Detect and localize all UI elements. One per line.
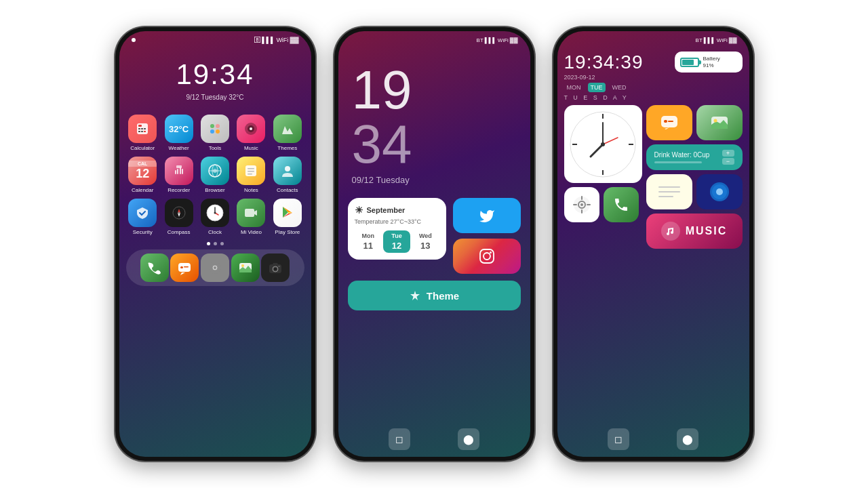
notes-label: Notes bbox=[244, 187, 258, 193]
app-grid-row2: CAL 12 Calendar bbox=[119, 157, 311, 193]
p3-music-widget[interactable]: MUSIC bbox=[646, 214, 743, 249]
app-calendar[interactable]: CAL 12 Calendar bbox=[126, 157, 159, 193]
theme-button[interactable]: Theme bbox=[348, 281, 521, 310]
app-browser[interactable]: Browser bbox=[198, 157, 231, 193]
p3-msg-widget[interactable] bbox=[646, 105, 692, 140]
p3-day-name: T U E S D A Y bbox=[564, 94, 644, 101]
p3-water-btns: + − bbox=[722, 150, 734, 165]
security-label: Security bbox=[133, 229, 153, 235]
p3-time-block: 19:34:39 2023-09-12 MON TUE WED T U E S … bbox=[564, 52, 644, 101]
app-weather[interactable]: 32°C Weather bbox=[162, 115, 195, 151]
weather-label: Weather bbox=[169, 145, 189, 151]
svg-rect-38 bbox=[184, 266, 189, 268]
phone-3-screen: BT ▌▌▌ WiFi ▓▓ 19:34:39 2023-09-12 MON T… bbox=[557, 31, 749, 457]
nav-back-2[interactable]: ◻ bbox=[389, 428, 410, 450]
svg-rect-26 bbox=[248, 171, 254, 172]
svg-rect-3 bbox=[141, 128, 143, 129]
bt-icon-2: BT bbox=[477, 37, 484, 43]
p2-minute: 34 bbox=[352, 117, 517, 171]
p3-notes-row bbox=[646, 174, 743, 209]
svg-point-50 bbox=[490, 251, 492, 253]
page-dots bbox=[119, 242, 311, 245]
calendar-label: Calendar bbox=[132, 187, 153, 193]
notes-icon bbox=[237, 157, 265, 185]
svg-rect-25 bbox=[248, 168, 254, 169]
dot-2 bbox=[214, 242, 217, 245]
svg-rect-18 bbox=[175, 170, 176, 174]
p3-top-widgets bbox=[646, 105, 743, 140]
p3-mon: MON bbox=[564, 83, 584, 92]
mivideo-label: Mi Video bbox=[241, 229, 262, 235]
p3-phone-widget[interactable] bbox=[604, 187, 639, 222]
p3-gallery-widget[interactable] bbox=[696, 105, 743, 140]
status-icons-1: 🄱 ▌▌▌ WiFi ▓▓ bbox=[254, 37, 298, 43]
clock-widget-face[interactable] bbox=[564, 105, 642, 183]
app-compass[interactable]: Compass bbox=[162, 199, 195, 235]
svg-rect-68 bbox=[664, 120, 667, 123]
dock-phone[interactable] bbox=[140, 253, 169, 282]
camera-dot bbox=[132, 38, 136, 42]
twitter-widget[interactable] bbox=[453, 198, 521, 233]
svg-point-9 bbox=[216, 124, 220, 128]
status-icons-2: BT ▌▌▌ WiFi ▓▓ bbox=[477, 37, 518, 43]
dot-1 bbox=[207, 242, 210, 245]
svg-point-28 bbox=[285, 166, 290, 171]
dock-settings[interactable] bbox=[201, 253, 229, 282]
app-notes[interactable]: Notes bbox=[235, 157, 268, 193]
app-mivideo[interactable]: Mi Video bbox=[235, 199, 268, 235]
phone-1-screen: 🄱 ▌▌▌ WiFi ▓▓ 19:34 9/12 Tuesday 32°C bbox=[119, 31, 311, 457]
p3-settings-widget[interactable] bbox=[564, 187, 599, 222]
app-contacts[interactable]: Contacts bbox=[271, 157, 304, 193]
p3-top-row: 19:34:39 2023-09-12 MON TUE WED T U E S … bbox=[564, 52, 743, 101]
music-icon bbox=[237, 115, 265, 143]
battery-icon-1: ▓▓ bbox=[290, 37, 298, 43]
p3-water-widget[interactable]: Drink Water: 0Cup + − bbox=[646, 144, 743, 170]
p3-water-text: Drink Water: 0Cup bbox=[654, 151, 710, 159]
weather-widget[interactable]: ☀ September Temperature 27°C~33°C Mon 11… bbox=[348, 198, 446, 260]
weather-day-tue: Tue 12 bbox=[383, 230, 410, 253]
p3-notes-widget[interactable] bbox=[646, 174, 692, 209]
dock-gallery[interactable] bbox=[231, 253, 260, 282]
svg-rect-7 bbox=[144, 131, 146, 132]
svg-rect-16 bbox=[177, 169, 178, 174]
app-music[interactable]: Music bbox=[235, 115, 268, 151]
p2-nav: ◻ ⬤ bbox=[338, 428, 530, 450]
app-themes[interactable]: Themes bbox=[271, 115, 304, 151]
security-icon bbox=[128, 199, 157, 227]
nav-back-3[interactable]: ◻ bbox=[608, 428, 629, 450]
nav-home-3[interactable]: ⬤ bbox=[677, 428, 698, 450]
app-calculator[interactable]: Calculator bbox=[126, 115, 159, 151]
app-tools[interactable]: Tools bbox=[198, 115, 231, 151]
p3-water-content: Drink Water: 0Cup bbox=[654, 151, 710, 163]
recorder-label: Recorder bbox=[167, 187, 190, 193]
battery-widget: Battery 91% bbox=[675, 52, 743, 73]
recorder-icon bbox=[165, 157, 193, 185]
app-grid-row1: Calculator 32°C Weather bbox=[119, 115, 311, 151]
svg-point-46 bbox=[274, 268, 277, 271]
themes-icon bbox=[273, 115, 302, 143]
p3-circle-widget[interactable] bbox=[696, 174, 743, 209]
svg-rect-48 bbox=[480, 249, 494, 263]
app-security[interactable]: Security bbox=[126, 199, 159, 235]
svg-point-59 bbox=[601, 142, 605, 146]
nav-home-2[interactable]: ⬤ bbox=[458, 428, 479, 450]
svg-rect-19 bbox=[182, 169, 183, 174]
p2-right-widgets bbox=[453, 198, 521, 274]
instagram-widget[interactable] bbox=[453, 239, 521, 274]
app-recorder[interactable]: Recorder bbox=[162, 157, 195, 193]
dock-camera[interactable] bbox=[261, 253, 290, 282]
app-clock[interactable]: Clock bbox=[198, 199, 231, 235]
app-playstore[interactable]: Play Store bbox=[271, 199, 304, 235]
wifi-icon-2: WiFi bbox=[498, 37, 509, 43]
battery-text: Battery 91% bbox=[703, 56, 720, 68]
app-grid-row3: Security Compass bbox=[119, 199, 311, 235]
svg-point-49 bbox=[484, 253, 490, 260]
water-minus[interactable]: − bbox=[722, 158, 734, 165]
dock-messages[interactable] bbox=[170, 253, 199, 282]
svg-rect-4 bbox=[144, 128, 146, 129]
p3-below-clock bbox=[564, 187, 642, 222]
water-plus[interactable]: + bbox=[722, 150, 734, 157]
p2-widgets-row: ☀ September Temperature 27°C~33°C Mon 11… bbox=[338, 198, 530, 274]
svg-rect-1 bbox=[138, 125, 142, 127]
p3-widget-area: Drink Water: 0Cup + − bbox=[564, 105, 743, 249]
